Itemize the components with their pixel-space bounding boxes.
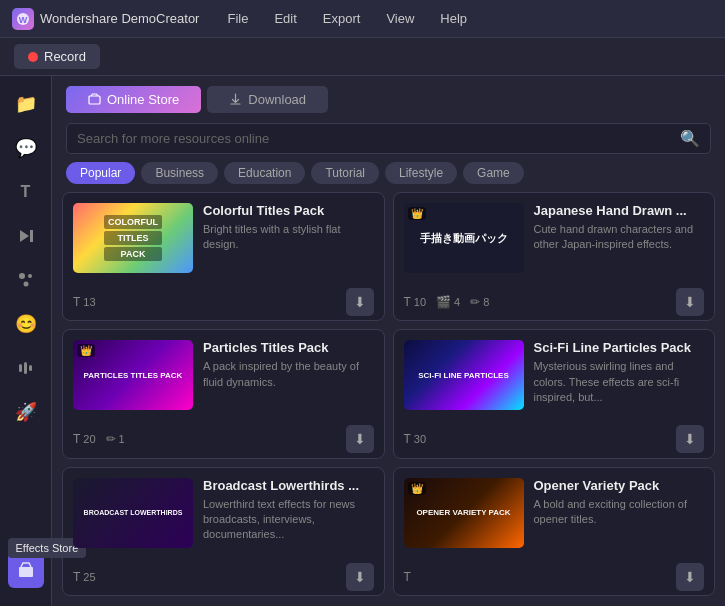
cat-business[interactable]: Business: [141, 162, 218, 184]
card-broadcast-download[interactable]: ⬇: [346, 563, 374, 591]
card-particles-title: Particles Titles Pack: [203, 340, 374, 355]
card-broadcast-desc: Lowerthird text effects for news broadca…: [203, 497, 374, 543]
card-particles-download[interactable]: ⬇: [346, 425, 374, 453]
card-broadcast-title: Broadcast Lowerthirds ...: [203, 478, 374, 493]
svg-rect-7: [19, 364, 22, 372]
app-logo-icon: W: [12, 8, 34, 30]
card-scifi-desc: Mysterious swirling lines and colors. Th…: [534, 359, 705, 405]
sidebar: 📁 💬 T 😊 🚀: [0, 76, 52, 606]
card-particles-desc: A pack inspired by the beauty of fluid d…: [203, 359, 374, 390]
menu-edit[interactable]: Edit: [270, 9, 300, 28]
svg-marker-2: [20, 230, 29, 242]
card-scifi-title: Sci-Fi Line Particles Pack: [534, 340, 705, 355]
thumb-broadcast: BROADCAST LOWERTHIRDS: [73, 478, 193, 548]
menu-items: File Edit Export View Help: [223, 9, 471, 28]
cat-popular[interactable]: Popular: [66, 162, 135, 184]
download-tab[interactable]: Download: [207, 86, 328, 113]
card-colorful-title: Colorful Titles Pack: [203, 203, 374, 218]
card-japanese-count3: 8: [483, 296, 489, 308]
crown-badge-particles: 👑: [77, 344, 95, 357]
svg-point-6: [23, 282, 28, 287]
text-meta-icon: T: [73, 295, 80, 309]
sidebar-item-skip[interactable]: [8, 218, 44, 254]
card-particles-meta: T 20 ✏ 1: [73, 432, 125, 446]
thumb-colorful-titles: COLORFUL TITLES PACK: [73, 203, 193, 273]
card-scifi-meta: T 30: [404, 432, 427, 446]
card-japanese-meta: T 10 🎬 4 ✏ 8: [404, 295, 490, 309]
sidebar-item-chat[interactable]: 💬: [8, 130, 44, 166]
cat-lifestyle[interactable]: Lifestyle: [385, 162, 457, 184]
sidebar-item-folder[interactable]: 📁: [8, 86, 44, 122]
sidebar-bottom: Effects Store: [0, 552, 51, 596]
thumb-japanese: 手描き動画パック 👑: [404, 203, 524, 273]
card-colorful-meta: T 13: [73, 295, 96, 309]
category-tabs: Popular Business Education Tutorial Life…: [52, 162, 725, 192]
store-tabs: Online Store Download: [66, 86, 711, 113]
card-opener-download[interactable]: ⬇: [676, 563, 704, 591]
menu-bar: W Wondershare DemoCreator File Edit Expo…: [0, 0, 725, 38]
sidebar-item-text[interactable]: T: [8, 174, 44, 210]
record-dot: [28, 52, 38, 62]
sidebar-item-audio[interactable]: [8, 350, 44, 386]
online-store-label: Online Store: [107, 92, 179, 107]
card-scifi: SCI-FI LINE PARTICLES Sci-Fi Line Partic…: [393, 329, 716, 458]
toolbar: Record: [0, 38, 725, 76]
sidebar-item-effects[interactable]: [8, 262, 44, 298]
svg-point-4: [19, 273, 25, 279]
card-japanese-download[interactable]: ⬇: [676, 288, 704, 316]
menu-export[interactable]: Export: [319, 9, 365, 28]
svg-point-5: [28, 274, 32, 278]
card-scifi-count: 30: [414, 433, 426, 445]
card-japanese-desc: Cute hand drawn characters and other Jap…: [534, 222, 705, 253]
card-particles: PARTICLES TITLES PACK 👑 Particles Titles…: [62, 329, 385, 458]
cat-education[interactable]: Education: [224, 162, 305, 184]
card-japanese-title: Japanese Hand Drawn ...: [534, 203, 705, 218]
app-logo: W Wondershare DemoCreator: [12, 8, 199, 30]
record-label: Record: [44, 49, 86, 64]
svg-text:W: W: [19, 15, 28, 25]
svg-rect-10: [19, 567, 33, 577]
card-colorful-count: 13: [83, 296, 95, 308]
cat-game[interactable]: Game: [463, 162, 524, 184]
thumb-scifi: SCI-FI LINE PARTICLES: [404, 340, 524, 410]
card-colorful-titles: COLORFUL TITLES PACK Colorful Titles Pac…: [62, 192, 385, 321]
svg-rect-9: [29, 365, 32, 371]
store-header: Online Store Download 🔍: [52, 76, 725, 162]
card-japanese-count1: 10: [414, 296, 426, 308]
card-broadcast: BROADCAST LOWERTHIRDS Broadcast Lowerthi…: [62, 467, 385, 596]
card-japanese-count2: 4: [454, 296, 460, 308]
svg-rect-11: [89, 96, 100, 104]
card-particles-count2: 1: [119, 433, 125, 445]
card-opener: OPENER VARIETY PACK 👑 Opener Variety Pac…: [393, 467, 716, 596]
record-button[interactable]: Record: [14, 44, 100, 69]
main-layout: 📁 💬 T 😊 🚀: [0, 76, 725, 606]
sidebar-item-rocket[interactable]: 🚀: [8, 394, 44, 430]
crown-badge-opener: 👑: [408, 482, 426, 495]
app-name: Wondershare DemoCreator: [40, 11, 199, 26]
crown-badge-japanese: 👑: [408, 207, 426, 220]
search-input[interactable]: [77, 131, 672, 146]
thumb-opener: OPENER VARIETY PACK 👑: [404, 478, 524, 548]
card-broadcast-count: 25: [83, 571, 95, 583]
card-scifi-download[interactable]: ⬇: [676, 425, 704, 453]
card-colorful-download[interactable]: ⬇: [346, 288, 374, 316]
svg-rect-8: [24, 362, 27, 374]
effects-store-wrap: Effects Store: [8, 552, 44, 588]
card-opener-meta: T: [404, 570, 414, 584]
content-area: Online Store Download 🔍 Popular Business…: [52, 76, 725, 606]
download-label: Download: [248, 92, 306, 107]
menu-file[interactable]: File: [223, 9, 252, 28]
card-opener-title: Opener Variety Pack: [534, 478, 705, 493]
card-opener-desc: A bold and exciting collection of opener…: [534, 497, 705, 528]
search-bar: 🔍: [66, 123, 711, 154]
card-colorful-desc: Bright titles with a stylish flat design…: [203, 222, 374, 253]
card-particles-count1: 20: [83, 433, 95, 445]
cat-tutorial[interactable]: Tutorial: [311, 162, 379, 184]
search-button[interactable]: 🔍: [680, 129, 700, 148]
sidebar-item-emoji[interactable]: 😊: [8, 306, 44, 342]
menu-help[interactable]: Help: [436, 9, 471, 28]
online-store-tab[interactable]: Online Store: [66, 86, 201, 113]
menu-view[interactable]: View: [382, 9, 418, 28]
sidebar-item-store[interactable]: [8, 552, 44, 588]
thumb-particles: PARTICLES TITLES PACK 👑: [73, 340, 193, 410]
